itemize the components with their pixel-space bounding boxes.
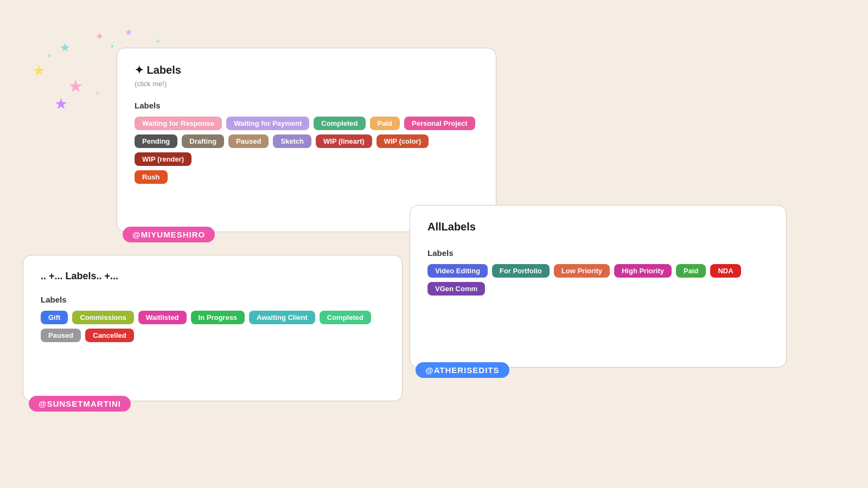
- label-tag[interactable]: Paid: [370, 117, 400, 130]
- card1-labels-row3: Rush: [135, 170, 478, 184]
- star-decoration: ✦: [95, 30, 104, 43]
- label-tag[interactable]: Paid: [676, 264, 706, 278]
- label-tag[interactable]: Pending: [135, 134, 177, 148]
- card2-title: .. +... Labels.. +...: [41, 271, 385, 282]
- label-tag[interactable]: NDA: [710, 264, 741, 278]
- label-tag[interactable]: Rush: [135, 170, 168, 184]
- label-tag[interactable]: WIP (color): [376, 134, 429, 148]
- label-tag[interactable]: Video Editing: [427, 264, 488, 278]
- card3-labels-row2: VGen Comm: [427, 282, 769, 296]
- star-decoration: ★: [125, 27, 132, 37]
- star-decoration: •: [81, 60, 83, 65]
- label-tag[interactable]: Paused: [41, 329, 81, 342]
- star-decoration: •: [111, 43, 113, 49]
- star-decoration: ★: [33, 62, 45, 79]
- card2-labels-row1: GiftCommissionsWaitlistedIn ProgressAwai…: [41, 311, 385, 324]
- card3-labels-row1: Video EditingFor PortfolioLow PriorityHi…: [427, 264, 769, 278]
- label-tag[interactable]: Completed: [314, 117, 365, 130]
- label-tag[interactable]: In Progress: [191, 311, 245, 324]
- label-tag[interactable]: Waiting for Response: [135, 117, 222, 130]
- card-atherisedits: AllLabels Labels Video EditingFor Portfo…: [410, 205, 787, 368]
- label-tag[interactable]: Waitlisted: [138, 311, 187, 324]
- label-tag[interactable]: Cancelled: [85, 329, 133, 342]
- label-tag[interactable]: Awaiting Client: [249, 311, 315, 324]
- card1-labels-row2: PendingDraftingPausedSketchWIP (lineart)…: [135, 134, 478, 166]
- card-miyumeshiro: ✦ Labels (click me!) Labels Waiting for …: [117, 48, 496, 232]
- card3-title: AllLabels: [427, 221, 769, 233]
- label-tag[interactable]: Gift: [41, 311, 68, 324]
- stars-decoration: ★✦★✦★★✦★•✦•: [11, 11, 119, 119]
- card1-username: @MIYUMESHIRO: [123, 227, 215, 242]
- star-decoration: ✦: [155, 37, 161, 46]
- star-decoration: ★: [54, 95, 68, 113]
- star-decoration: ★: [60, 41, 71, 55]
- label-tag[interactable]: VGen Comm: [427, 282, 485, 296]
- card2-username: @SUNSETMARTINI: [29, 396, 131, 412]
- card1-title-text: ✦ Labels: [135, 63, 181, 76]
- label-tag[interactable]: Completed: [320, 311, 371, 324]
- label-tag[interactable]: Commissions: [72, 311, 133, 324]
- star-decoration: ★: [68, 76, 84, 97]
- label-tag[interactable]: Sketch: [273, 134, 311, 148]
- card1-title: ✦ Labels: [135, 63, 478, 76]
- label-tag[interactable]: Paused: [228, 134, 269, 148]
- card1-subtitle[interactable]: (click me!): [135, 80, 478, 88]
- card3-username: @ATHERISEDITS: [416, 362, 509, 378]
- label-tag[interactable]: WIP (lineart): [316, 134, 372, 148]
- card-sunsetmartini: .. +... Labels.. +... Labels GiftCommiss…: [23, 255, 403, 401]
- star-decoration: ✦: [95, 89, 100, 97]
- card1-labels-row1: Waiting for ResponseWaiting for PaymentC…: [135, 117, 478, 130]
- label-tag[interactable]: For Portfolio: [492, 264, 550, 278]
- card2-labels-row2: PausedCancelled: [41, 329, 385, 342]
- card1-labels-heading: Labels: [135, 101, 478, 110]
- label-tag[interactable]: Low Priority: [554, 264, 610, 278]
- label-tag[interactable]: WIP (render): [135, 152, 192, 166]
- card3-labels-heading: Labels: [427, 248, 769, 258]
- card2-labels-heading: Labels: [41, 295, 385, 304]
- label-tag[interactable]: Drafting: [182, 134, 224, 148]
- star-decoration: ✦: [46, 52, 53, 60]
- label-tag[interactable]: Personal Project: [404, 117, 475, 130]
- label-tag[interactable]: Waiting for Payment: [226, 117, 309, 130]
- label-tag[interactable]: High Priority: [614, 264, 672, 278]
